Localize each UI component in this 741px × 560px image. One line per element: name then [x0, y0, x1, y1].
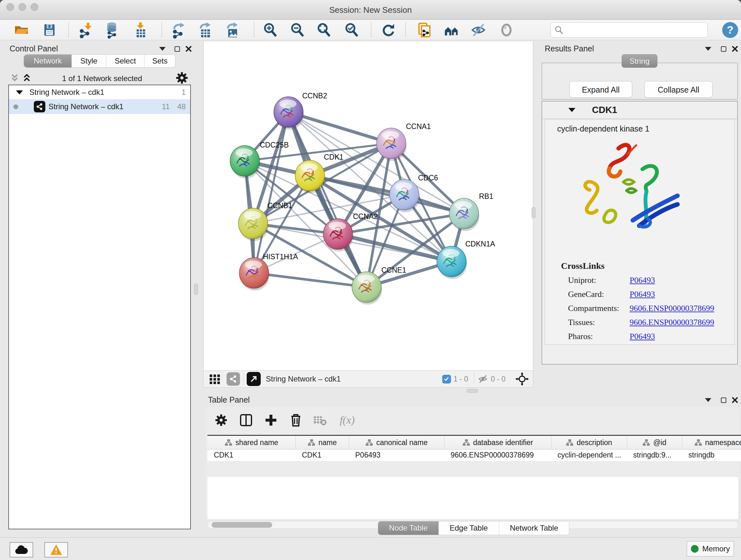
- plus-icon: [264, 414, 278, 427]
- table-row[interactable]: CDK1CDK1P064939606.ENSP00000378699cyclin…: [207, 449, 741, 461]
- left-splitter-handle[interactable]: [194, 284, 198, 295]
- expand-all-button[interactable]: Expand All: [569, 81, 632, 98]
- zoom-fit-button[interactable]: [315, 21, 333, 39]
- network-panel-settings-button[interactable]: [176, 71, 188, 84]
- results-panel-float-button[interactable]: [719, 45, 728, 53]
- tab-style[interactable]: Style: [72, 55, 106, 67]
- show-all-button[interactable]: [497, 21, 515, 39]
- node-RB1[interactable]: RB1: [449, 192, 493, 231]
- control-panel-close-button[interactable]: [184, 45, 193, 53]
- tab-network[interactable]: Network: [24, 55, 72, 67]
- warnings-button[interactable]: [44, 542, 68, 557]
- tab-network-table[interactable]: Network Table: [499, 521, 569, 535]
- crosslink-tissues-link[interactable]: 9606.ENSP00000378699: [630, 318, 714, 327]
- table-panel-float-button[interactable]: [719, 396, 728, 404]
- control-panel-float-button[interactable]: [172, 45, 182, 53]
- node-HIST1H1A[interactable]: HIST1H1A: [239, 253, 298, 291]
- tab-node-table[interactable]: Node Table: [378, 521, 439, 535]
- collapse-all-button[interactable]: Collapse All: [644, 81, 713, 98]
- tree-expander-icon[interactable]: [16, 90, 23, 95]
- cloud-status-button[interactable]: [10, 542, 33, 557]
- toolbar-search-field[interactable]: [550, 22, 708, 38]
- zoom-in-button[interactable]: [261, 21, 279, 39]
- import-network-database-button[interactable]: [104, 21, 122, 39]
- table-cell[interactable]: cyclin-dependent ...: [551, 449, 627, 461]
- fit-content-button[interactable]: [515, 372, 529, 386]
- table-panel-close-button[interactable]: [730, 396, 740, 404]
- node-label-RB1: RB1: [479, 192, 493, 200]
- crosslink-uniprot-link[interactable]: P06493: [630, 275, 655, 285]
- table-settings-button[interactable]: [212, 411, 231, 429]
- node-label-CCNB1: CCNB1: [267, 201, 292, 210]
- add-column-button[interactable]: [261, 411, 280, 429]
- table-cell[interactable]: 9606.ENSP00000378699: [444, 449, 551, 461]
- column-header-shared-name[interactable]: shared name: [207, 435, 295, 449]
- export-image-button[interactable]: [224, 21, 242, 39]
- table-cell[interactable]: P06493: [349, 449, 444, 461]
- crosslink-pharos-link[interactable]: P06493: [630, 332, 655, 341]
- table-cell[interactable]: stringdb:9...: [627, 449, 682, 461]
- import-network-file-button[interactable]: [77, 21, 95, 39]
- zoom-out-button[interactable]: [288, 21, 306, 39]
- memory-button[interactable]: Memory: [687, 541, 734, 557]
- control-panel-menu-button[interactable]: [158, 45, 167, 53]
- hide-selected-button[interactable]: [469, 21, 487, 39]
- table-cell[interactable]: stringdb: [682, 449, 741, 461]
- search-input[interactable]: [563, 25, 701, 35]
- collapse-all-tree-button[interactable]: [10, 73, 20, 83]
- group-nodes-button[interactable]: [443, 21, 461, 39]
- help-button[interactable]: ?: [721, 21, 739, 39]
- selected-checkbox[interactable]: [442, 375, 451, 383]
- column-header-name[interactable]: name: [295, 435, 349, 449]
- crosslink-genecard-link[interactable]: P06493: [630, 290, 655, 299]
- apply-layout-button[interactable]: [380, 21, 398, 39]
- tab-sets[interactable]: Sets: [145, 55, 175, 67]
- zoom-selected-button[interactable]: [342, 21, 360, 39]
- network-collection-row[interactable]: String Network – cdk1 1: [9, 85, 190, 99]
- main-toolbar: ?: [0, 20, 741, 40]
- node-CDKN1A[interactable]: CDKN1A: [437, 240, 495, 279]
- node-CCNB2[interactable]: CCNB2: [274, 91, 327, 130]
- apply-function-button[interactable]: f(x): [333, 411, 361, 429]
- scrollbar-thumb[interactable]: [212, 522, 272, 528]
- open-session-button[interactable]: [12, 21, 30, 39]
- network-row[interactable]: String Network – cdk1 11 48: [9, 99, 190, 114]
- table-panel-menu-button[interactable]: [703, 396, 713, 404]
- table-cell[interactable]: CDK1: [207, 449, 295, 461]
- birdseye-toggle-button[interactable]: [209, 373, 221, 385]
- grid-icon: [209, 373, 221, 385]
- tab-select[interactable]: Select: [106, 55, 145, 67]
- delete-table-button[interactable]: [311, 411, 330, 429]
- right-splitter-handle[interactable]: [532, 207, 536, 219]
- column-header-database-identifier[interactable]: database identifier: [444, 435, 551, 449]
- table-cell[interactable]: CDK1: [295, 449, 349, 461]
- export-table-button[interactable]: [197, 21, 214, 39]
- collapse-gene-icon[interactable]: [568, 108, 576, 112]
- crosslink-compartments-link[interactable]: 9606.ENSP00000378699: [630, 304, 714, 313]
- column-header-id[interactable]: @id: [627, 435, 682, 449]
- results-panel-close-button[interactable]: [730, 45, 740, 53]
- string-style-button[interactable]: [226, 372, 240, 386]
- node-label-CCNE1: CCNE1: [381, 266, 406, 274]
- first-neighbors-button[interactable]: [416, 21, 434, 39]
- show-columns-button[interactable]: [237, 411, 256, 429]
- gene-card-header[interactable]: CDK1: [542, 102, 737, 119]
- tab-edge-table[interactable]: Edge Table: [439, 521, 499, 535]
- edge-CCNB2-HIST1H1A[interactable]: [254, 112, 288, 273]
- column-header-canonical-name[interactable]: canonical name: [349, 435, 444, 449]
- column-header-description[interactable]: description: [551, 435, 627, 449]
- bottom-splitter-handle[interactable]: [467, 389, 478, 393]
- cloud-icon: [14, 544, 28, 555]
- edge-CCNB2-CCNA1[interactable]: [288, 112, 391, 143]
- edge-HIST1H1A-CCNE1[interactable]: [254, 273, 367, 287]
- import-table-button[interactable]: [132, 21, 150, 39]
- export-network-button[interactable]: [170, 21, 188, 39]
- column-header-namespace[interactable]: namespace: [682, 435, 741, 449]
- results-tab-string[interactable]: String: [622, 54, 657, 68]
- expand-all-tree-button[interactable]: [22, 73, 32, 83]
- save-session-button[interactable]: [41, 21, 58, 39]
- delete-column-button[interactable]: [286, 411, 306, 429]
- network-canvas[interactable]: CCNB2CCNA1CDC25BCDK1CDC6RB1CCNB1CCNA2CDK…: [203, 42, 533, 370]
- results-panel-menu-button[interactable]: [703, 45, 713, 53]
- open-in-window-button[interactable]: [247, 372, 261, 386]
